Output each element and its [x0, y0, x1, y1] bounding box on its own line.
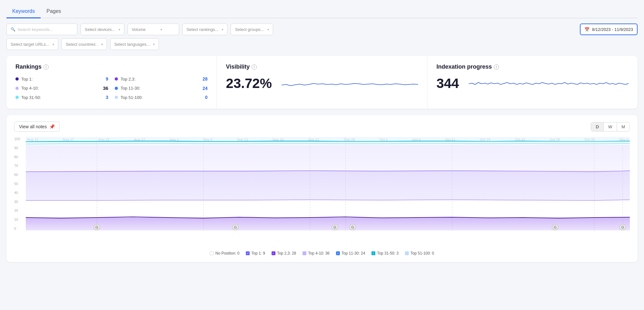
languages-select[interactable]: Select languages... ▾ [110, 38, 159, 50]
chevron-down-icon: ▾ [267, 28, 269, 31]
rank-top1: Top 1: 9 [15, 75, 108, 82]
legend-top1130-checkbox[interactable]: ✓ [336, 251, 340, 255]
visibility-title: Visibility i [226, 63, 418, 70]
visibility-info-icon[interactable]: i [252, 64, 257, 70]
rank-top1130-dot [115, 87, 118, 90]
rank-top410: Top 4-10: 36 [15, 84, 108, 92]
countries-label: Select countries . [66, 42, 98, 47]
legend-no-position: No Position: 0 [210, 251, 239, 256]
check-icon: ✓ [247, 252, 249, 255]
legend-top23-checkbox[interactable]: ✓ [272, 251, 275, 255]
svg-marker-11 [26, 218, 630, 230]
rankings-info-icon[interactable]: i [43, 64, 49, 70]
legend-top410-checkbox[interactable] [303, 251, 306, 255]
countries-select[interactable]: Select countries . ▾ [62, 38, 107, 50]
chart-area: 100 90 80 70 60 50 40 30 20 10 0 [14, 137, 630, 247]
check-icon: ✓ [372, 252, 375, 255]
visibility-card: Visibility i 23.72% [217, 56, 427, 109]
tab-keywords[interactable]: Keywords [6, 5, 41, 18]
svg-text:G: G [554, 226, 557, 229]
period-month-button[interactable]: M [617, 122, 630, 131]
svg-text:G: G [351, 226, 354, 229]
target-urls-label: Select target URLs... [11, 42, 49, 47]
view-notes-button[interactable]: View all notes 📌 [14, 121, 60, 132]
chevron-down-icon: ▾ [153, 43, 155, 46]
chevron-down-icon: ▾ [101, 43, 103, 46]
rank-top51100-value: 0 [205, 95, 208, 100]
view-notes-label: View all notes [19, 124, 47, 129]
chevron-down-icon: ▾ [160, 28, 162, 31]
visibility-value: 23.72% [226, 76, 272, 91]
svg-marker-8 [26, 141, 630, 145]
indexation-card: Indexation progress i 344 [428, 56, 638, 109]
search-placeholder: Search keywords... [17, 27, 53, 32]
rank-top410-value: 36 [103, 85, 108, 91]
legend-top1130: ✓ Top 11-30: 24 [336, 251, 365, 256]
rank-top1130-label: Top 11-30: [120, 86, 200, 91]
rank-top23-dot [115, 77, 118, 81]
rankings-card: Rankings i Top 1: 9 Top 2,3: 28 Top 4-10… [6, 56, 217, 109]
rankings-title: Rankings i [15, 63, 207, 70]
legend-top23: ✓ Top 2,3: 28 [272, 251, 296, 256]
legend-top410: Top 4-10: 36 [303, 251, 330, 256]
volume-select[interactable]: Volume ▾ [128, 24, 179, 35]
chart-toolbar: View all notes 📌 D W M [14, 121, 630, 132]
rankings-label: Select rankings... [187, 27, 219, 32]
rank-top1130: Top 11-30: 24 [115, 84, 207, 92]
chart-y-axis: 100 90 80 70 60 50 40 30 20 10 0 [14, 137, 24, 230]
legend-top410-label: Top 4-10: 36 [308, 251, 330, 256]
svg-marker-9 [26, 145, 630, 172]
svg-text:G: G [621, 226, 624, 229]
legend-top1130-label: Top 11-30: 24 [341, 251, 365, 256]
rank-top1-label: Top 1: [21, 77, 103, 82]
tab-pages[interactable]: Pages [41, 5, 67, 18]
visibility-sparkline [282, 75, 418, 92]
svg-text:G: G [333, 226, 336, 229]
volume-label: Volume [132, 27, 146, 32]
search-icon: 🔍 [11, 27, 15, 32]
chevron-down-icon: ▾ [119, 28, 120, 31]
rankings-grid: Top 1: 9 Top 2,3: 28 Top 4-10: 36 Top 11… [15, 75, 207, 101]
period-week-button[interactable]: W [603, 122, 617, 131]
legend-top23-label: Top 2,3: 28 [277, 251, 296, 256]
legend-top1: ✓ Top 1: 9 [246, 251, 265, 256]
period-day-button[interactable]: D [591, 122, 603, 131]
rank-top51100-label: Top 51-100: [120, 95, 202, 100]
indexation-content: 344 [437, 75, 629, 92]
search-keywords-input[interactable]: 🔍 Search keywords... [6, 24, 77, 35]
legend-top51100-checkbox[interactable] [405, 251, 409, 255]
rank-top1130-value: 24 [203, 86, 208, 91]
rank-top23: Top 2,3: 28 [115, 75, 207, 82]
svg-text:G: G [234, 226, 237, 229]
pin-icon: 📌 [49, 124, 55, 129]
groups-select[interactable]: Select groups... ▾ [231, 24, 273, 35]
legend-top1-checkbox[interactable]: ✓ [246, 251, 250, 255]
legend-top3150-label: Top 31-50: 3 [377, 251, 399, 256]
rank-top3150: Top 31-50: 3 [15, 94, 108, 101]
check-icon: ✓ [272, 252, 274, 255]
rank-top410-label: Top 4-10: [21, 86, 100, 91]
date-range-picker[interactable]: 📅 8/12/2023 - 11/9/2023 [580, 24, 638, 35]
devices-label: Select devices... [85, 27, 115, 32]
devices-select[interactable]: Select devices... ▾ [81, 24, 124, 35]
legend-top3150-checkbox[interactable]: ✓ [371, 251, 375, 255]
calendar-icon: 📅 [584, 27, 590, 32]
indexation-sparkline [469, 75, 629, 92]
chart-section: View all notes 📌 D W M 100 90 80 70 60 5… [6, 115, 638, 262]
rank-top3150-value: 3 [106, 95, 108, 100]
rank-top23-label: Top 2,3: [120, 77, 200, 82]
date-range-value: 8/12/2023 - 11/9/2023 [592, 27, 633, 32]
legend-top51100-label: Top 51-100: 0 [410, 251, 434, 256]
target-urls-select[interactable]: Select target URLs... ▾ [6, 38, 58, 50]
chart-plot: G G G G G G [26, 137, 630, 230]
rank-top1-value: 9 [106, 76, 108, 82]
legend-top51100: Top 51-100: 0 [405, 251, 434, 256]
check-icon: ✓ [337, 252, 339, 255]
legend-top1-label: Top 1: 9 [251, 251, 265, 256]
period-buttons: D W M [591, 122, 630, 131]
tab-bar: Keywords Pages [6, 5, 638, 18]
indexation-value: 344 [437, 76, 459, 91]
rankings-select[interactable]: Select rankings... ▾ [182, 24, 228, 35]
rank-top410-dot [15, 87, 19, 90]
indexation-info-icon[interactable]: i [494, 64, 499, 70]
